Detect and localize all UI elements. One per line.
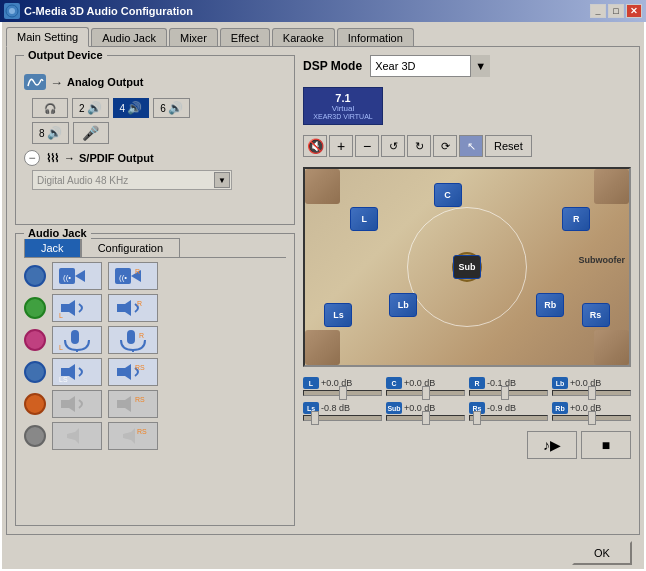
jack-list: ((• ((•R L R: [24, 262, 286, 450]
vol-slider-L[interactable]: [303, 390, 382, 396]
speaker-node-L[interactable]: L: [350, 207, 378, 231]
speaker-6ch-button[interactable]: 6 🔊: [153, 98, 190, 118]
volume-down-button[interactable]: −: [355, 135, 379, 157]
jack-icon-spk-r[interactable]: R: [108, 294, 158, 322]
vol-slider-Sub[interactable]: [386, 415, 465, 421]
svg-marker-21: [117, 364, 131, 380]
audio-jack-group: Audio Jack Jack Configuration ((• ((•R: [15, 233, 295, 526]
tab-information[interactable]: Information: [337, 28, 414, 48]
spdif-output-row: − ⌇⌇⌇ → S/PDIF Output: [24, 150, 286, 166]
close-button[interactable]: ✕: [626, 4, 642, 18]
jack-icon-6-r: RS: [108, 422, 158, 450]
rotate-left-button[interactable]: ↺: [381, 135, 405, 157]
play-button[interactable]: ♪▶: [527, 431, 577, 459]
jack-icon-rear-l[interactable]: LS: [52, 358, 102, 386]
ok-button[interactable]: OK: [572, 541, 632, 565]
maximize-button[interactable]: □: [608, 4, 624, 18]
svg-marker-26: [67, 428, 79, 444]
jack-icon-5-l: [52, 390, 102, 418]
spdif-output-label: S/PDIF Output: [79, 152, 154, 164]
jack-tab-configuration[interactable]: Configuration: [81, 238, 180, 257]
vol-item-C: C +0.0 dB: [386, 377, 465, 396]
spdif-collapse-icon[interactable]: −: [24, 150, 40, 166]
headphone-icon: 🎧: [44, 103, 56, 114]
jack-icon-mic-l[interactable]: L: [52, 326, 102, 354]
volume-up-button[interactable]: +: [329, 135, 353, 157]
tab-karaoke[interactable]: Karaoke: [272, 28, 335, 48]
dsp-select-wrapper: Xear 3D ▼: [370, 55, 490, 77]
jack-dot-6: [24, 425, 46, 447]
left-panel: Output Device → Analog Output 🎧: [15, 55, 295, 526]
speaker-icon-4: 🔊: [127, 101, 142, 115]
virtual-badge-row: 7.1 Virtual XEAR3D VIRTUAL: [303, 87, 631, 125]
jack-dot-2: [24, 297, 46, 319]
speaker-node-Sub[interactable]: Sub: [453, 255, 481, 279]
headphone-button[interactable]: 🎧: [32, 98, 68, 118]
rotate-right-button[interactable]: ↻: [407, 135, 431, 157]
badge-title: 7.1: [312, 92, 374, 104]
speaker-Rs-label: Rs: [590, 310, 602, 320]
svg-marker-23: [61, 396, 75, 412]
jack-icon-mic-r[interactable]: R: [108, 326, 158, 354]
svg-text:RS: RS: [135, 396, 145, 403]
mute-button[interactable]: 🔇: [303, 135, 327, 157]
jack-row-4: LS RS: [24, 358, 286, 386]
svg-text:((•: ((•: [119, 273, 127, 282]
speaker-node-Rs[interactable]: Rs: [582, 303, 610, 327]
jack-icon-front-r[interactable]: ((•R: [108, 262, 158, 290]
vol-slider-Lb[interactable]: [552, 390, 631, 396]
jack-tab-jack[interactable]: Jack: [24, 238, 81, 257]
speaker-8ch-button[interactable]: 8 🔊: [32, 122, 69, 144]
speaker-Ls-label: Ls: [333, 310, 344, 320]
volume-controls-row2: Ls -0.8 dB Sub +0.0 dB Rs -0.9 dB: [303, 402, 631, 421]
jack-dot-5: [24, 393, 46, 415]
minimize-button[interactable]: _: [590, 4, 606, 18]
vol-slider-Rs[interactable]: [469, 415, 548, 421]
virtual-badge: 7.1 Virtual XEAR3D VIRTUAL: [303, 87, 383, 125]
vol-slider-R[interactable]: [469, 390, 548, 396]
vol-slider-Rb[interactable]: [552, 415, 631, 421]
vol-item-Rb: Rb +0.0 dB: [552, 402, 631, 421]
jack-icon-rear-r[interactable]: RS: [108, 358, 158, 386]
speaker-node-C[interactable]: C: [434, 183, 462, 207]
vol-slider-Ls[interactable]: [303, 415, 382, 421]
analog-icon: [24, 74, 46, 90]
spdif-select: Digital Audio 48 KHz: [32, 170, 232, 190]
speaker-node-Rb[interactable]: Rb: [536, 293, 564, 317]
tab-mixer[interactable]: Mixer: [169, 28, 218, 48]
rotate-both-button[interactable]: ⟳: [433, 135, 457, 157]
svg-rect-13: [71, 330, 79, 344]
speaker-2ch-button[interactable]: 2 🔊: [72, 98, 109, 118]
tab-effect[interactable]: Effect: [220, 28, 270, 48]
analog-output-label: Analog Output: [67, 76, 143, 88]
svg-text:R: R: [139, 332, 144, 339]
speaker-Rb-label: Rb: [544, 300, 556, 310]
vol-item-L: L +0.0 dB: [303, 377, 382, 396]
speaker-node-Lb[interactable]: Lb: [389, 293, 417, 317]
speaker-buttons: 🎧 2 🔊 4 🔊 6 🔊: [32, 98, 286, 118]
dsp-mode-select[interactable]: Xear 3D: [370, 55, 490, 77]
tab-main-setting[interactable]: Main Setting: [6, 27, 89, 47]
speaker-icon-2: 🔊: [87, 101, 102, 115]
mic-button[interactable]: 🎤: [73, 122, 109, 144]
vol-slider-C[interactable]: [386, 390, 465, 396]
speaker-node-R[interactable]: R: [562, 207, 590, 231]
corner-furniture-tl: [305, 169, 340, 204]
spdif-wave-icon: ⌇⌇⌇: [46, 152, 58, 165]
speaker-4ch-button[interactable]: 4 🔊: [113, 98, 150, 118]
jack-icon-front-l[interactable]: ((•: [52, 262, 102, 290]
stop-button[interactable]: ■: [581, 431, 631, 459]
jack-icon-spk-l[interactable]: L: [52, 294, 102, 322]
corner-furniture-tr: [594, 169, 629, 204]
speaker-node-Ls[interactable]: Ls: [324, 303, 352, 327]
tab-audio-jack[interactable]: Audio Jack: [91, 28, 167, 48]
main-window: Main Setting Audio Jack Mixer Effect Kar…: [0, 22, 646, 571]
tab-content: Output Device → Analog Output 🎧: [6, 46, 640, 535]
tab-bar: Main Setting Audio Jack Mixer Effect Kar…: [6, 26, 640, 46]
output-device-group: Output Device → Analog Output 🎧: [15, 55, 295, 225]
jack-dot-4: [24, 361, 46, 383]
cursor-button[interactable]: ↖: [459, 135, 483, 157]
speaker-6-num: 6: [160, 103, 166, 114]
output-device-title: Output Device: [24, 49, 107, 61]
reset-button[interactable]: Reset: [485, 135, 532, 157]
